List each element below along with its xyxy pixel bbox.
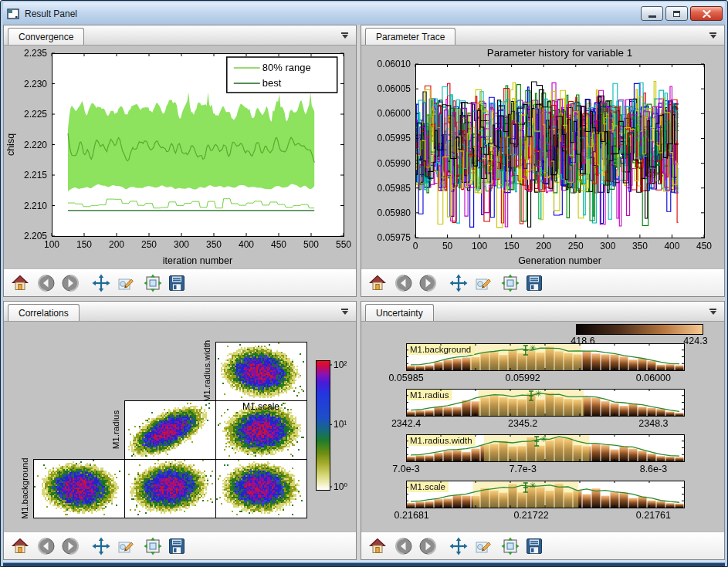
figure-canvas-uncertainty[interactable] [361,322,724,532]
subplots-icon [501,274,520,292]
toolbar-subplots-button[interactable] [143,536,163,556]
toolbar-edit-button[interactable] [116,273,136,293]
save-icon [168,274,186,292]
minimize-button[interactable] [641,6,663,21]
minimize-icon [648,15,656,18]
toolbar-edit-button[interactable] [116,536,136,556]
maximize-button[interactable] [665,6,688,21]
toolbar-save-button[interactable] [524,273,544,293]
back-icon [394,537,413,555]
toolbar-subplots-button[interactable] [500,273,520,293]
title-bar[interactable]: Result Panel [3,2,725,25]
toolbar-forward-button[interactable] [418,536,438,556]
toolbar-home-button[interactable] [10,273,30,293]
pan-icon [449,537,468,555]
panel-menu-icon [341,309,348,310]
toolbar-edit-button[interactable] [473,273,493,293]
toolbar-subplots-button[interactable] [500,536,520,556]
toolbar-back-button[interactable] [394,536,414,556]
home-icon [368,274,387,292]
back-icon [394,274,413,292]
tabbar-parameter-trace: Parameter Trace [361,25,724,46]
edit-icon [117,274,135,292]
toolbar-edit-button[interactable] [473,536,493,556]
panel-menu-icon-triangle [342,35,348,39]
toolbar-parameter-trace [361,268,724,296]
panel-menu-button[interactable] [339,30,350,40]
close-icon [703,10,711,18]
toolbar-forward-button[interactable] [60,273,80,293]
tab-uncertainty-label: Uncertainty [376,308,423,319]
back-icon [37,274,56,292]
toolbar-convergence [4,268,356,296]
home-icon [11,274,29,292]
pan-icon [92,537,110,555]
window-title: Result Panel [25,8,77,19]
tab-uncertainty[interactable]: Uncertainty [365,304,434,321]
toolbar-forward-button[interactable] [418,273,438,293]
toolbar-save-button[interactable] [167,273,187,293]
edit-icon [474,537,493,555]
forward-icon [418,274,437,292]
panel-menu-icon-triangle [342,311,348,315]
save-icon [525,537,543,555]
toolbar-pan-button[interactable] [91,273,111,293]
tab-correlations[interactable]: Correlations [8,304,80,321]
back-icon [37,537,56,555]
toolbar-pan-button[interactable] [449,273,469,293]
tab-convergence[interactable]: Convergence [8,28,84,45]
panel-menu-icon [341,32,348,34]
panel-menu-button[interactable] [339,306,350,316]
pan-icon [449,274,468,292]
close-button[interactable] [690,6,723,21]
panel-menu-button[interactable] [707,30,719,40]
panel-menu-icon [709,32,716,34]
toolbar-home-button[interactable] [10,536,30,556]
toolbar-subplots-button[interactable] [143,273,163,293]
panel-uncertainty: Uncertainty [361,301,725,560]
toolbar-uncertainty [361,532,724,559]
edit-icon [117,537,135,555]
app-icon [7,8,19,20]
maximize-icon [673,11,680,17]
toolbar-back-button[interactable] [36,536,56,556]
save-icon [525,274,543,292]
tabbar-uncertainty: Uncertainty [361,302,724,322]
subplots-icon [144,274,162,292]
forward-icon [61,274,80,292]
toolbar-pan-button[interactable] [91,536,111,556]
edit-icon [474,274,493,292]
pan-icon [92,274,110,292]
toolbar-back-button[interactable] [36,273,56,293]
save-icon [168,537,186,555]
figure-canvas-convergence[interactable] [4,46,356,268]
subplots-icon [501,537,520,555]
toolbar-back-button[interactable] [394,273,414,293]
toolbar-home-button[interactable] [367,536,388,556]
tab-parameter-trace[interactable]: Parameter Trace [365,28,455,45]
toolbar-save-button[interactable] [167,536,187,556]
toolbar-save-button[interactable] [524,536,544,556]
tabbar-correlations: Correlations [4,302,356,322]
toolbar-forward-button[interactable] [60,536,80,556]
panel-convergence: Convergence [3,25,357,297]
panel-menu-icon [709,309,716,310]
toolbar-home-button[interactable] [367,273,388,293]
figure-canvas-parameter-trace[interactable] [361,46,724,268]
figure-canvas-correlations[interactable] [4,322,356,532]
subplots-icon [144,537,162,555]
tab-convergence-label: Convergence [19,32,73,42]
tab-parameter-trace-label: Parameter Trace [376,32,445,42]
panel-menu-button[interactable] [707,306,719,316]
window-bottom-border [3,560,725,566]
forward-icon [418,537,437,555]
panel-menu-icon-triangle [710,35,716,39]
result-panel-window: Result Panel Convergence Parameter Trace [0,0,728,567]
home-icon [368,537,387,555]
home-icon [11,537,29,555]
panel-correlations: Correlations [3,301,357,560]
panel-parameter-trace: Parameter Trace [361,25,725,297]
tabbar-convergence: Convergence [4,25,356,46]
toolbar-correlations [4,532,356,559]
toolbar-pan-button[interactable] [449,536,469,556]
